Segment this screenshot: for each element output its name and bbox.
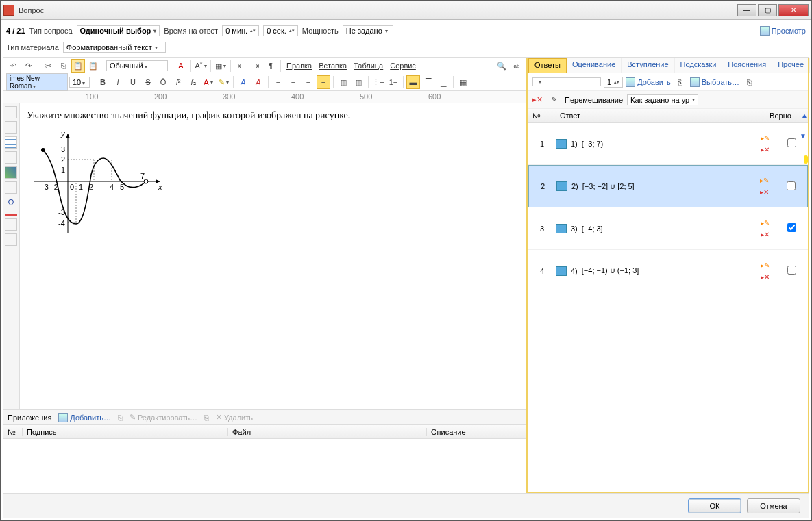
move-down-icon[interactable]: ▼ — [800, 132, 807, 140]
edit-answer-icon[interactable]: ▸✎ — [761, 219, 770, 227]
correct-checkbox[interactable] — [787, 181, 796, 190]
attach-delete-button[interactable]: ✕ Удалить — [216, 413, 253, 422]
column-right-button[interactable]: ▥ — [352, 75, 365, 89]
col-num[interactable]: № — [3, 428, 23, 436]
preview-link[interactable]: Просмотр — [760, 26, 806, 36]
attach-export-button[interactable]: ⎘ — [204, 414, 209, 422]
attach-copy-button[interactable]: ⎘ — [118, 414, 123, 422]
menu-service[interactable]: Сервис — [387, 60, 419, 71]
copy-button[interactable]: ⎘ — [56, 59, 70, 73]
answer-row[interactable]: 3 3) [−4; 3] ▸✎ ▸✕ — [528, 207, 808, 250]
bullets-button[interactable]: ⋮≡ — [371, 75, 385, 89]
insert-table-button[interactable]: ▦ — [456, 75, 470, 89]
delete-answer-icon[interactable]: ▸✕ — [761, 273, 770, 281]
text-color-button[interactable]: A — [201, 75, 215, 89]
indent-right-button[interactable]: ⇥ — [249, 59, 262, 73]
palette-item-6[interactable] — [5, 181, 17, 194]
clear-char-button[interactable]: A — [236, 75, 250, 89]
shuffle-select[interactable]: Как задано на ур — [627, 94, 698, 105]
char-case-button[interactable]: Aˇ — [194, 59, 208, 73]
font-color-button[interactable]: A — [174, 59, 188, 73]
tab-explanations[interactable]: Пояснения — [722, 58, 772, 73]
document-canvas[interactable]: Укажите множество значений функции, граф… — [20, 103, 526, 409]
bold-button[interactable]: B — [96, 75, 110, 89]
col-correct[interactable]: Верно — [764, 112, 797, 120]
palette-item-8[interactable] — [5, 218, 17, 231]
ok-button[interactable]: ОК — [688, 498, 741, 513]
type-select[interactable]: Одиночный выбор — [77, 25, 160, 36]
answer-choose-button[interactable]: Выбрать… — [690, 77, 739, 87]
col-answer[interactable]: Ответ — [556, 112, 764, 120]
col-file[interactable]: Файл — [228, 428, 427, 436]
correct-checkbox[interactable] — [787, 223, 796, 232]
overline-button[interactable]: Ō — [156, 75, 170, 89]
palette-table-icon[interactable] — [5, 136, 17, 149]
move-up-icon[interactable]: ▲ — [801, 112, 804, 119]
menu-table[interactable]: Таблица — [351, 60, 386, 71]
paste-button[interactable]: 📋 — [71, 59, 85, 73]
close-button[interactable]: ✕ — [778, 4, 809, 16]
cancel-button[interactable]: Отмена — [747, 498, 800, 513]
correct-checkbox[interactable] — [787, 138, 796, 147]
palette-item-9[interactable] — [5, 233, 17, 246]
answer-row[interactable]: 1 1) [−3; 7) ▸✎ ▸✕ — [528, 123, 808, 165]
underline-button[interactable]: U — [126, 75, 140, 89]
size-select[interactable]: 10 — [69, 77, 90, 88]
font-select[interactable]: imes New Roman — [6, 73, 68, 91]
attach-add-button[interactable]: Добавить… — [58, 413, 111, 422]
col-number[interactable]: № — [528, 112, 556, 120]
minimize-button[interactable]: — — [737, 4, 756, 16]
time-min-spinner[interactable]: 0 мин. — [222, 25, 259, 36]
align-right-button[interactable]: ≡ — [302, 75, 315, 89]
maximize-button[interactable]: ▢ — [758, 4, 777, 16]
borders-button[interactable]: ▦ — [214, 59, 227, 73]
palette-item-1[interactable] — [5, 106, 17, 118]
attach-edit-button[interactable]: ✎ Редактировать… — [130, 413, 197, 422]
answer-type-select[interactable] — [532, 77, 601, 86]
answer-row[interactable]: 4 4) [−4; −1) ∪ (−1; 3] ▸✎ ▸✕ — [528, 250, 808, 292]
answer-count-spinner[interactable]: 1 — [604, 77, 623, 88]
line-bottom-button[interactable]: ▁ — [436, 75, 450, 89]
style-select[interactable]: Обычный — [106, 60, 168, 71]
delete-answer-icon[interactable]: ▸✕ — [761, 231, 770, 238]
correct-checkbox[interactable] — [787, 266, 796, 275]
tab-grading[interactable]: Оценивание — [567, 58, 622, 73]
answer-copy-button[interactable]: ⎘ — [674, 75, 687, 89]
tab-other[interactable]: Прочее — [772, 58, 810, 73]
indent-left-button[interactable]: ⇤ — [234, 59, 247, 73]
numbering-button[interactable]: 1≡ — [386, 75, 400, 89]
edit-answer-icon[interactable]: ▸✎ — [760, 177, 769, 184]
answer-row[interactable]: 2 2) [−3; −2] ∪ [2; 5] ▸✎ ▸✕ — [528, 165, 808, 207]
align-center-button[interactable]: ≡ — [286, 75, 300, 89]
undo-button[interactable]: ↶ — [6, 59, 20, 73]
highlight-button[interactable]: ✎ — [217, 75, 230, 89]
menu-edit[interactable]: Правка — [284, 60, 315, 71]
answer-add-button[interactable]: Добавить — [626, 77, 671, 87]
time-sec-spinner[interactable]: 0 сек. — [263, 25, 298, 36]
line-top-button[interactable]: ▔ — [421, 75, 435, 89]
col-desc[interactable]: Описание — [427, 428, 526, 436]
redo-button[interactable]: ↷ — [21, 59, 35, 73]
strike-button[interactable]: S — [141, 75, 155, 89]
column-left-button[interactable]: ▥ — [336, 75, 350, 89]
palette-item-2[interactable] — [5, 121, 17, 134]
bg-color-button[interactable]: ▬ — [406, 75, 420, 89]
edit-icon[interactable]: ✎ — [547, 93, 561, 107]
delete-answer-icon[interactable]: ▸✕ — [761, 146, 770, 153]
delete-all-icon[interactable]: ▸✕ — [532, 95, 543, 104]
replace-button[interactable]: ab — [510, 59, 524, 73]
cut-button[interactable]: ✂ — [41, 59, 55, 73]
tab-intro[interactable]: Вступление — [622, 58, 674, 73]
clear-para-button[interactable]: A — [251, 75, 265, 89]
power-select[interactable]: Не задано — [343, 25, 393, 36]
align-left-button[interactable]: ≡ — [271, 75, 285, 89]
answer-extra-button[interactable]: ⎘ — [742, 75, 756, 89]
menu-insert[interactable]: Вставка — [316, 60, 349, 71]
scroll-marker[interactable] — [804, 155, 808, 164]
italic-button[interactable]: I — [111, 75, 125, 89]
material-select[interactable]: Форматированный текст — [63, 42, 166, 53]
palette-item-4[interactable] — [5, 151, 17, 164]
find-button[interactable]: 🔍 — [495, 59, 508, 73]
align-justify-button[interactable]: ≡ — [317, 75, 330, 89]
paste-special-button[interactable]: 📋 — [86, 59, 100, 73]
